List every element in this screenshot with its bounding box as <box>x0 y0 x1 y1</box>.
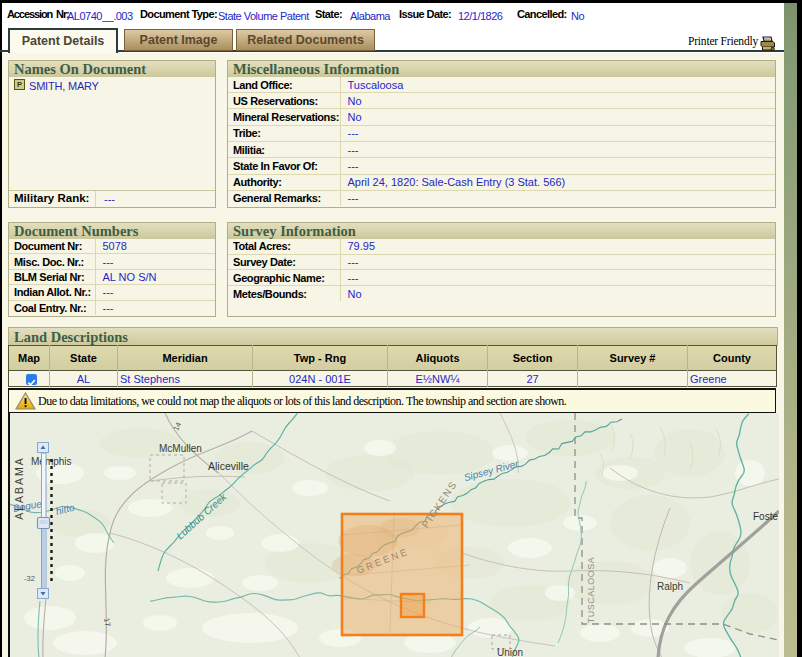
svg-text:McMullen: McMullen <box>159 443 202 454</box>
svg-text:Union: Union <box>497 647 523 657</box>
svg-text:Aliceville: Aliceville <box>208 460 249 472</box>
svg-text:ALABAMA: ALABAMA <box>13 456 25 520</box>
svg-text:TUSCALOOSA: TUSCALOOSA <box>586 557 596 624</box>
svg-text:-32: -32 <box>24 574 35 583</box>
svg-text:Ralph: Ralph <box>657 581 683 592</box>
svg-text:Foste: Foste <box>753 511 778 522</box>
svg-text:17: 17 <box>102 617 112 627</box>
